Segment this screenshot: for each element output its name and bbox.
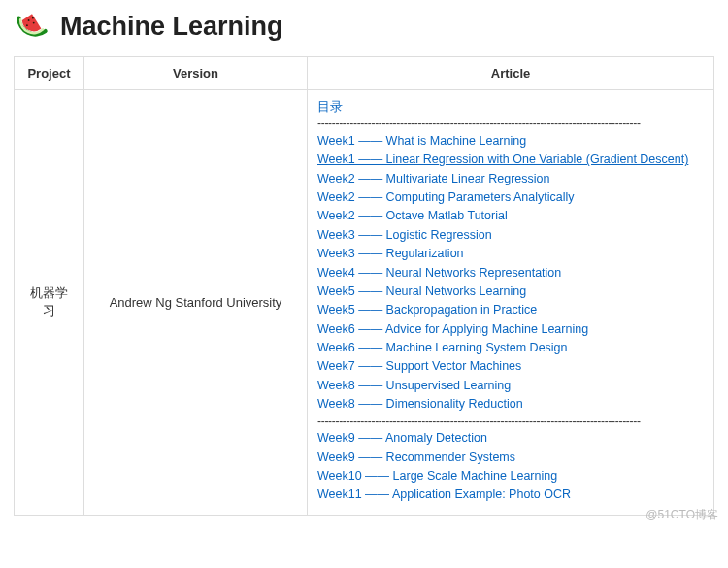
content-table: Project Version Article 机器学习 Andrew Ng S… bbox=[14, 56, 714, 516]
table-header-row: Project Version Article bbox=[15, 57, 714, 90]
article-link[interactable]: Week10 —— Large Scale Machine Learning bbox=[317, 467, 704, 485]
article-link[interactable]: Week5 —— Neural Networks Learning bbox=[317, 283, 704, 301]
article-link[interactable]: Week3 —— Regularization bbox=[317, 245, 704, 263]
article-link[interactable]: Week6 —— Advice for Applying Machine Lea… bbox=[317, 320, 704, 339]
watermark: @51CTO博客 bbox=[645, 507, 718, 523]
watermelon-icon bbox=[16, 10, 49, 43]
page-title: Machine Learning bbox=[60, 12, 283, 42]
article-link[interactable]: Week1 —— What is Machine Learning bbox=[317, 132, 704, 150]
article-group-2: Week9 —— Anomaly DetectionWeek9 —— Recom… bbox=[317, 429, 704, 505]
article-link[interactable]: Week2 —— Octave Matlab Tutorial bbox=[317, 207, 704, 225]
page-header: Machine Learning bbox=[14, 6, 714, 56]
svg-point-3 bbox=[32, 17, 34, 19]
article-link[interactable]: Week11 —— Application Example: Photo OCR bbox=[317, 485, 704, 504]
project-cell: 机器学习 bbox=[15, 90, 84, 516]
article-link[interactable]: Week6 —— Machine Learning System Design bbox=[317, 339, 704, 357]
article-link[interactable]: Week5 —— Backpropagation in Practice bbox=[317, 301, 704, 319]
article-link[interactable]: Week8 —— Dimensionality Reduction bbox=[317, 395, 704, 414]
article-link[interactable]: Week3 —— Logistic Regression bbox=[317, 226, 704, 245]
toc-link[interactable]: 目录 bbox=[317, 98, 704, 117]
svg-point-2 bbox=[26, 24, 28, 26]
article-link[interactable]: Week4 —— Neural Networks Representation bbox=[317, 264, 704, 283]
article-cell: 目录 -------------------------------------… bbox=[308, 90, 714, 516]
svg-point-0 bbox=[28, 19, 30, 21]
separator: ----------------------------------------… bbox=[317, 415, 704, 430]
article-link[interactable]: Week8 —— Unsupervised Learning bbox=[317, 377, 704, 395]
article-link[interactable]: Week7 —— Support Vector Machines bbox=[317, 357, 704, 376]
separator: ----------------------------------------… bbox=[317, 117, 704, 132]
article-link[interactable]: Week2 —— Computing Parameters Analytical… bbox=[317, 188, 704, 207]
article-link[interactable]: Week9 —— Anomaly Detection bbox=[317, 429, 704, 448]
table-row: 机器学习 Andrew Ng Stanford University 目录 --… bbox=[15, 90, 714, 516]
col-header-version: Version bbox=[84, 57, 308, 90]
article-group-1: Week1 —— What is Machine LearningWeek1 —… bbox=[317, 132, 704, 415]
article-link[interactable]: Week2 —— Multivariate Linear Regression bbox=[317, 170, 704, 188]
svg-point-1 bbox=[33, 22, 35, 24]
col-header-project: Project bbox=[15, 57, 84, 90]
article-link[interactable]: Week1 —— Linear Regression with One Vari… bbox=[317, 150, 704, 169]
version-cell: Andrew Ng Stanford University bbox=[84, 90, 308, 516]
col-header-article: Article bbox=[308, 57, 714, 90]
article-link[interactable]: Week9 —— Recommender Systems bbox=[317, 449, 704, 467]
